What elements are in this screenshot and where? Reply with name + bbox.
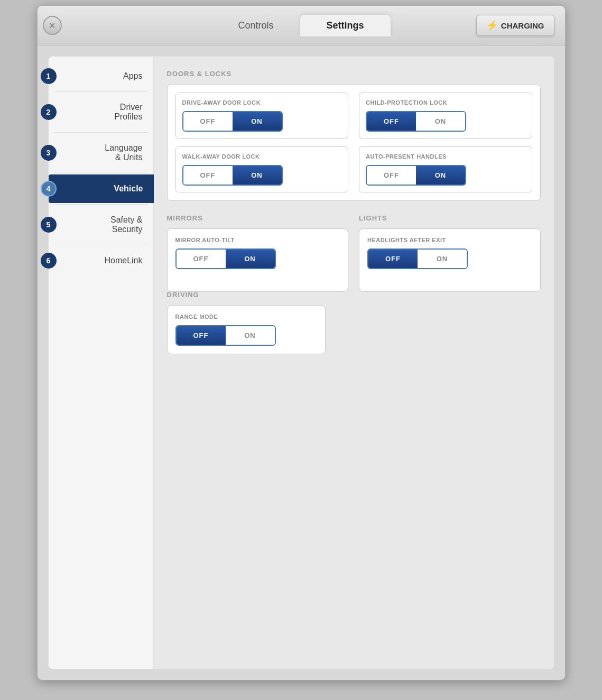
walk-away-off[interactable]: OFF (183, 166, 233, 185)
range-mode-off[interactable]: OFF (177, 326, 226, 345)
main-content: 1 Apps 2 Driver Profiles 3 Language & Un… (38, 45, 565, 680)
app-window: ✕ Controls Settings ⚡ CHARGING 1 Apps 2 (37, 5, 566, 680)
drive-away-door-lock-switch[interactable]: OFF ON (182, 111, 283, 132)
close-icon: ✕ (49, 21, 55, 31)
walk-away-door-lock-switch[interactable]: OFF ON (182, 165, 283, 186)
driving-title: DRIVING (167, 291, 541, 299)
drive-away-on[interactable]: ON (233, 112, 282, 131)
headlights-after-exit-item: HEADLIGHTS AFTER EXIT OFF ON (367, 237, 532, 269)
driving-section: DRIVING RANGE MODE OFF ON (167, 291, 541, 354)
sidebar-item-safety-security[interactable]: 5 Safety & Security (49, 206, 153, 244)
lights-title: LIGHTS (359, 214, 541, 222)
doors-locks-row-2: WALK-AWAY DOOR LOCK OFF ON AUTO-PRESENT … (175, 146, 532, 192)
charging-button[interactable]: ⚡ CHARGING (476, 15, 554, 36)
auto-present-handles-switch[interactable]: OFF ON (366, 165, 466, 186)
sidebar-divider-5 (54, 245, 148, 245)
tab-settings[interactable]: Settings (300, 15, 391, 36)
sidebar-item-language-units[interactable]: 3 Language & Units (49, 134, 153, 172)
sidebar-item-homelink[interactable]: 6 HomeLink (49, 246, 153, 275)
headlights-off[interactable]: OFF (368, 250, 418, 268)
headlights-after-exit-switch[interactable]: OFF ON (367, 248, 468, 269)
auto-present-on[interactable]: ON (416, 166, 465, 185)
sidebar-badge-6: 6 (41, 253, 57, 269)
sidebar-item-apps[interactable]: 1 Apps (49, 62, 153, 90)
mirror-auto-tilt-item: MIRROR AUTO-TILT OFF ON (175, 237, 340, 269)
doors-locks-row-1: DRIVE-AWAY DOOR LOCK OFF ON CHILD-PROTEC… (175, 93, 532, 139)
child-protection-off[interactable]: OFF (367, 112, 416, 131)
walk-away-door-lock-label: WALK-AWAY DOOR LOCK (182, 153, 342, 160)
child-protection-lock-switch[interactable]: OFF ON (366, 111, 466, 132)
range-mode-switch[interactable]: OFF ON (175, 325, 276, 346)
lights-section: LIGHTS HEADLIGHTS AFTER EXIT OFF ON (359, 214, 541, 278)
sidebar-badge-3: 3 (41, 145, 57, 161)
sidebar-divider-3 (54, 173, 148, 173)
tab-controls[interactable]: Controls (211, 15, 300, 36)
lights-card: HEADLIGHTS AFTER EXIT OFF ON (359, 228, 541, 292)
sidebar-badge-1: 1 (41, 68, 57, 84)
tabs-container: Controls Settings (211, 15, 390, 36)
doors-locks-section: DOORS & LOCKS DRIVE-AWAY DOOR LOCK OFF O… (167, 70, 541, 201)
auto-present-handles-item: AUTO-PRESENT HANDLES OFF ON (359, 146, 532, 192)
sidebar-badge-5: 5 (41, 217, 57, 233)
mirror-auto-tilt-on[interactable]: ON (226, 250, 275, 268)
drive-away-door-lock-label: DRIVE-AWAY DOOR LOCK (182, 99, 342, 106)
doors-locks-card: DRIVE-AWAY DOOR LOCK OFF ON CHILD-PROTEC… (167, 84, 541, 201)
drive-away-door-lock-item: DRIVE-AWAY DOOR LOCK OFF ON (175, 93, 349, 139)
mirrors-card: MIRROR AUTO-TILT OFF ON (167, 228, 349, 292)
walk-away-on[interactable]: ON (233, 166, 282, 185)
mirror-auto-tilt-off[interactable]: OFF (177, 250, 226, 268)
charging-label: CHARGING (501, 21, 544, 30)
range-mode-on[interactable]: ON (226, 326, 275, 345)
sidebar-badge-2: 2 (41, 104, 57, 120)
close-button[interactable]: ✕ (43, 16, 62, 35)
headlights-after-exit-label: HEADLIGHTS AFTER EXIT (367, 237, 532, 243)
child-protection-lock-label: CHILD-PROTECTION LOCK (366, 99, 525, 106)
mirror-auto-tilt-label: MIRROR AUTO-TILT (175, 237, 340, 243)
child-protection-on[interactable]: ON (416, 112, 465, 131)
lightning-icon: ⚡ (486, 20, 498, 31)
mirror-auto-tilt-switch[interactable]: OFF ON (175, 248, 276, 269)
sidebar-badge-4: 4 (41, 181, 57, 197)
sidebar-divider-1 (54, 91, 148, 92)
drive-away-off[interactable]: OFF (183, 112, 233, 131)
sidebar-divider-4 (54, 204, 148, 205)
auto-present-handles-label: AUTO-PRESENT HANDLES (366, 153, 525, 160)
sidebar-divider-2 (54, 132, 148, 133)
sidebar: 1 Apps 2 Driver Profiles 3 Language & Un… (48, 56, 154, 669)
range-mode-label: RANGE MODE (175, 314, 317, 320)
mirrors-title: MIRRORS (167, 214, 349, 222)
mirrors-lights-row: MIRRORS MIRROR AUTO-TILT OFF ON LIGHTS (167, 214, 541, 278)
sidebar-item-vehicle[interactable]: 4 Vehicle (49, 174, 154, 203)
mirrors-section: MIRRORS MIRROR AUTO-TILT OFF ON (167, 214, 349, 278)
sidebar-item-driver-profiles[interactable]: 2 Driver Profiles (49, 93, 153, 131)
doors-locks-title: DOORS & LOCKS (167, 70, 541, 78)
content-panel: DOORS & LOCKS DRIVE-AWAY DOOR LOCK OFF O… (154, 56, 554, 669)
walk-away-door-lock-item: WALK-AWAY DOOR LOCK OFF ON (175, 146, 349, 192)
range-mode-item: RANGE MODE OFF ON (175, 314, 317, 346)
header: ✕ Controls Settings ⚡ CHARGING (38, 6, 565, 45)
driving-card: RANGE MODE OFF ON (167, 305, 326, 354)
auto-present-off[interactable]: OFF (367, 166, 416, 185)
headlights-on[interactable]: ON (418, 250, 467, 268)
child-protection-lock-item: CHILD-PROTECTION LOCK OFF ON (359, 93, 532, 139)
